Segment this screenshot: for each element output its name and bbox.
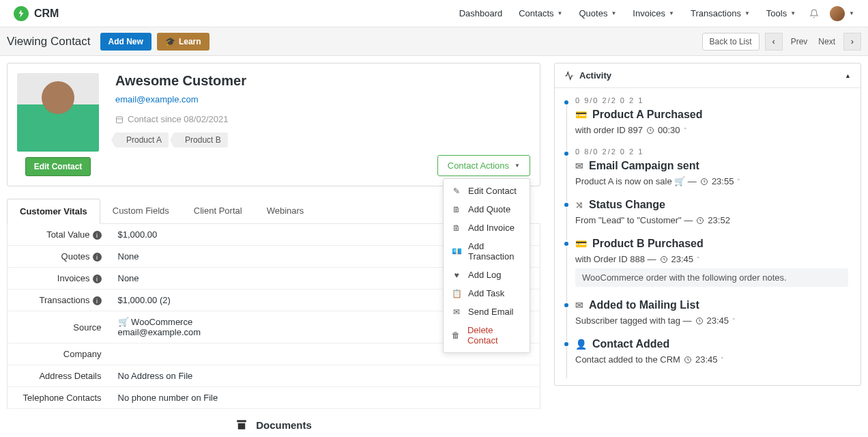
- vitals-label: Transactionsi: [8, 290, 110, 311]
- tab-custom-fields[interactable]: Custom Fields: [100, 199, 182, 223]
- page-title: Viewing Contact: [7, 35, 91, 48]
- svg-rect-0: [117, 117, 123, 123]
- next-link[interactable]: Next: [815, 37, 838, 46]
- menu-item-edit-contact[interactable]: ✎Edit Contact: [444, 182, 530, 200]
- chevron-up-icon: ▲: [845, 72, 851, 79]
- learn-button[interactable]: 🎓Learn: [157, 33, 209, 51]
- tag[interactable]: Product B: [174, 132, 228, 147]
- menu-item-send-email[interactable]: ✉Send Email: [444, 302, 530, 321]
- activity-item: 0 9/0 2/2 0 2 1💳Product A Purchasedwith …: [575, 96, 848, 135]
- envelope-icon: ✉: [575, 300, 583, 311]
- clock-icon: [696, 216, 704, 225]
- documents-section: Documents: [7, 409, 540, 431]
- chevron-down-icon: ▼: [744, 10, 750, 16]
- chevron-down-icon[interactable]: ˅: [737, 178, 740, 185]
- clock-icon: [700, 178, 708, 186]
- activity-body: From "Lead" to "Customer" — 23:52: [575, 215, 848, 225]
- heart-icon: ♥: [452, 270, 461, 280]
- menu-item-add-log[interactable]: ♥Add Log: [444, 266, 530, 284]
- nav-transactions[interactable]: Transactions▼: [691, 8, 750, 18]
- activity-body: with Order ID 888 — 23:45 ˄: [575, 254, 848, 264]
- nav-tools[interactable]: Tools▼: [766, 8, 796, 18]
- timeline-dot-icon: [563, 150, 570, 157]
- vitals-value: No phone number on File: [110, 387, 540, 409]
- vitals-label: Telephone Contacts: [8, 387, 110, 409]
- chevron-up-icon[interactable]: ˄: [697, 256, 700, 263]
- tab-client-portal[interactable]: Client Portal: [182, 199, 255, 223]
- clock-icon: [660, 255, 668, 264]
- brand-text: CRM: [34, 8, 59, 20]
- info-icon: i: [93, 296, 102, 305]
- contact-email-link[interactable]: email@example.com: [115, 94, 199, 104]
- brand[interactable]: CRM: [14, 6, 59, 21]
- chevron-down-icon[interactable]: ˅: [732, 318, 736, 324]
- trash-icon: 🗑: [452, 330, 461, 340]
- archive-icon: [235, 419, 248, 431]
- activity-title: ✉Email Campaign sent: [575, 160, 848, 172]
- documents-title: Documents: [256, 419, 312, 431]
- nav-contacts[interactable]: Contacts▼: [519, 8, 562, 18]
- timeline-dot-icon: [563, 240, 570, 247]
- activity-title: 💳Product A Purchased: [575, 109, 848, 121]
- activity-header[interactable]: Activity ▲: [555, 64, 860, 88]
- vitals-value: No Address on File: [110, 365, 540, 387]
- contact-since: Contact since 08/02/2021: [115, 114, 246, 124]
- vitals-row: Telephone ContactsNo phone number on Fil…: [8, 387, 540, 409]
- file-icon: 🗎: [452, 223, 461, 233]
- info-icon: i: [93, 231, 102, 240]
- clock-icon: [695, 317, 704, 325]
- activity-date: 0 9/0 2/2 0 2 1: [575, 96, 848, 104]
- chevron-down-icon: ▼: [790, 10, 796, 16]
- clock-icon: [684, 356, 692, 364]
- chevron-down-icon[interactable]: ▼: [849, 10, 854, 16]
- pencil-icon: ✎: [452, 186, 461, 196]
- menu-item-add-invoice[interactable]: 🗎Add Invoice: [444, 218, 530, 237]
- nav-links: Dashboard Contacts▼ Quotes▼ Invoices▼ Tr…: [459, 8, 796, 18]
- calendar-icon: [115, 115, 124, 124]
- heartbeat-icon: [564, 71, 574, 81]
- menu-item-delete-contact[interactable]: 🗑Delete Contact: [444, 321, 530, 350]
- graduation-cap-icon: 🎓: [165, 37, 175, 46]
- tab-customer-vitals[interactable]: Customer Vitals: [7, 199, 100, 224]
- menu-item-add-transaction[interactable]: 💶Add Transaction: [444, 237, 530, 266]
- timeline-dot-icon: [563, 302, 570, 309]
- subbar: Viewing Contact Add New 🎓Learn Back to L…: [0, 27, 868, 56]
- menu-item-add-task[interactable]: 📋Add Task: [444, 284, 530, 302]
- prev-arrow-button[interactable]: ‹: [765, 33, 783, 51]
- nav-dashboard[interactable]: Dashboard: [459, 8, 503, 18]
- nav-invoices[interactable]: Invoices▼: [633, 8, 674, 18]
- activity-title: 💳Product B Purchased: [575, 238, 848, 250]
- prev-link[interactable]: Prev: [788, 37, 811, 46]
- activity-date: 0 8/0 2/2 0 2 1: [575, 147, 848, 156]
- activity-item: 👤Contact AddedContact added to the CRM 2…: [575, 338, 848, 365]
- chevron-down-icon: ▼: [611, 10, 616, 16]
- envelope-icon: ✉: [575, 160, 583, 171]
- back-to-list-button[interactable]: Back to List: [702, 33, 760, 51]
- chevron-down-icon: ▼: [669, 10, 674, 16]
- chevron-down-icon[interactable]: ˅: [684, 127, 687, 134]
- next-arrow-button[interactable]: ›: [843, 33, 861, 51]
- nav-quotes[interactable]: Quotes▼: [579, 8, 616, 18]
- activity-title: ✉Added to Mailing List: [575, 299, 848, 311]
- tag[interactable]: Product A: [115, 132, 169, 147]
- activity-title: 👤Contact Added: [575, 338, 848, 350]
- activity-item: 0 8/0 2/2 0 2 1✉Email Campaign sentProdu…: [575, 147, 848, 186]
- edit-contact-button[interactable]: Edit Contact: [25, 157, 91, 176]
- notifications-icon[interactable]: [809, 9, 819, 18]
- vitals-label: Invoicesi: [8, 268, 110, 290]
- money-icon: 💶: [452, 246, 461, 256]
- menu-item-add-quote[interactable]: 🗎Add Quote: [444, 200, 530, 218]
- activity-body: with order ID 897 00:30 ˅: [575, 125, 848, 135]
- user-avatar[interactable]: [830, 6, 845, 21]
- chevron-down-icon[interactable]: ˅: [721, 356, 724, 363]
- shuffle-icon: ⤭: [575, 199, 583, 210]
- activity-body: Subscriber tagged with tag — 23:45 ˅: [575, 315, 848, 326]
- add-new-button[interactable]: Add New: [100, 33, 151, 51]
- card-icon: 💳: [575, 109, 587, 120]
- contact-avatar: [17, 73, 99, 152]
- contact-actions-button[interactable]: Contact Actions▼: [437, 155, 530, 176]
- person-icon: 👤: [575, 339, 587, 350]
- vitals-row: Address DetailsNo Address on File: [8, 365, 540, 387]
- vitals-label: Address Details: [8, 365, 110, 387]
- tab-webinars[interactable]: Webinars: [255, 199, 317, 223]
